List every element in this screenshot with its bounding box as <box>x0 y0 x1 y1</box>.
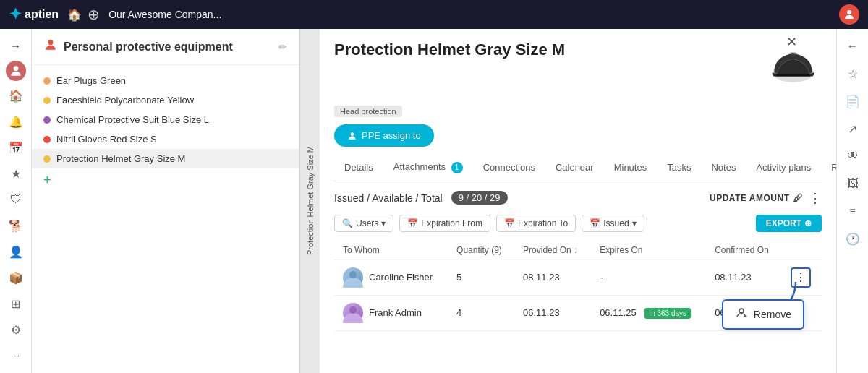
sidebar-star-icon[interactable]: ★ <box>4 162 27 185</box>
user-menu[interactable] <box>839 4 859 25</box>
company-name: Our Awesome Compan... <box>109 9 221 20</box>
vertical-tab: Protection Helmet Gray Size M <box>299 29 320 373</box>
svg-point-1 <box>13 66 18 71</box>
col-confirmed-on: Confirmed On <box>706 241 782 260</box>
sidebar-grid-icon[interactable]: ⊞ <box>4 292 27 315</box>
issued-filter-label: Issued <box>603 218 629 228</box>
sidebar-filter-icon[interactable]: ≡ <box>841 200 864 223</box>
list-item[interactable]: Chemical Protective Suit Blue Size L <box>32 110 299 129</box>
export-button[interactable]: EXPORT ⊕ <box>756 215 822 232</box>
sidebar-pet-icon[interactable]: 🐕 <box>4 214 27 237</box>
ppe-section-icon <box>43 38 58 56</box>
tab-calendar[interactable]: Calendar <box>545 156 604 180</box>
user-name: Caroline Fisher <box>369 272 433 283</box>
col-provided-on[interactable]: Provided On ↓ <box>514 241 591 260</box>
svg-point-7 <box>349 271 357 278</box>
section-title: Personal protective equipment <box>64 40 273 53</box>
detail-title-area: Protection Helmet Gray Size M <box>334 40 565 59</box>
item-color-dot <box>43 136 51 143</box>
left-panel: Personal protective equipment ✏ Ear Plug… <box>32 29 299 373</box>
filter-expiration-to-button[interactable]: 📅 Expiration To <box>496 215 576 232</box>
sidebar-image-icon[interactable]: 🖼 <box>841 172 864 195</box>
list-item-active[interactable]: Protection Helmet Gray Size M <box>32 149 299 168</box>
sidebar-calendar-icon[interactable]: 📅 <box>4 136 27 159</box>
left-sidebar: → 🏠 🔔 📅 ★ 🛡 🐕 👤 📦 ⊞ ⚙ ··· <box>0 29 32 373</box>
svg-point-2 <box>48 40 54 45</box>
sidebar-more-icon[interactable]: ··· <box>4 344 27 367</box>
tab-details[interactable]: Details <box>334 156 383 180</box>
tab-requ[interactable]: Requ <box>821 156 836 180</box>
user-avatar-top[interactable] <box>839 4 859 25</box>
item-color-dot <box>43 77 51 85</box>
item-color-dot <box>43 155 51 163</box>
svg-point-10 <box>739 309 744 313</box>
update-amount-button[interactable]: UPDATE AMOUNT 🖊 <box>710 192 803 204</box>
sidebar-person-icon[interactable]: 👤 <box>4 240 27 263</box>
sidebar-bell-icon[interactable]: 🔔 <box>4 110 27 133</box>
item-color-dot <box>43 116 51 124</box>
tab-minutes[interactable]: Minutes <box>604 156 658 180</box>
svg-point-9 <box>349 306 357 314</box>
svg-point-0 <box>847 10 851 14</box>
sidebar-clock-icon[interactable]: 🕐 <box>841 227 864 250</box>
cell-quantity: 5 <box>448 260 514 295</box>
logo-text: aptien <box>25 8 59 21</box>
list-item[interactable]: Nitril Gloves Red Size S <box>32 129 299 149</box>
left-panel-header: Personal protective equipment ✏ <box>32 29 299 65</box>
cell-confirmed-on: 08.11.23 <box>706 260 782 295</box>
sidebar-home-icon[interactable]: 🏠 <box>4 84 27 107</box>
sidebar-arrow-left-icon[interactable]: ← <box>841 35 864 58</box>
sidebar-eye-icon[interactable]: 👁 <box>841 145 864 168</box>
tabs-row: Details Attachments 1 Connections Calend… <box>334 155 822 181</box>
user-name: Frank Admin <box>369 307 422 318</box>
issued-bar: Issued / Available / Total 9 / 20 / 29 U… <box>334 190 822 206</box>
issued-label: Issued / Available / Total <box>334 192 443 204</box>
add-item-button[interactable]: + <box>43 173 51 187</box>
sidebar-shield-icon[interactable]: 🛡 <box>4 188 27 211</box>
filter-expiration-from-button[interactable]: 📅 Expiration From <box>399 215 490 232</box>
col-to-whom: To Whom <box>334 241 448 260</box>
item-list: Ear Plugs Green Faceshield Polycarbonate… <box>32 65 299 373</box>
tab-connections[interactable]: Connections <box>473 156 545 180</box>
filter-users-button[interactable]: 🔍 Users ▾ <box>334 215 393 232</box>
home-nav-icon[interactable]: 🏠 <box>67 8 82 22</box>
issued-filter-chevron: ▾ <box>632 218 637 228</box>
item-label: Nitril Gloves Red Size S <box>56 134 157 145</box>
list-item[interactable]: Ear Plugs Green <box>32 71 299 90</box>
app-logo: ✦ aptien <box>9 5 59 24</box>
nav-icons: 🏠 ⊕ <box>67 6 100 23</box>
tab-notes[interactable]: Notes <box>701 156 746 180</box>
col-quantity: Quantity (9) <box>448 241 514 260</box>
tab-tasks[interactable]: Tasks <box>657 156 701 180</box>
close-button[interactable]: ✕ <box>781 32 801 52</box>
issued-more-button[interactable]: ⋮ <box>809 190 822 206</box>
user-avatar-sidebar[interactable] <box>6 61 26 81</box>
remove-popup[interactable]: Remove <box>722 299 804 330</box>
col-actions <box>782 241 822 260</box>
remove-label: Remove <box>754 309 791 320</box>
sidebar-box-icon[interactable]: 📦 <box>4 266 27 289</box>
list-item[interactable]: Faceshield Polycarbonate Yellow <box>32 90 299 110</box>
assign-button[interactable]: PPE assign to <box>334 124 434 147</box>
sidebar-star-outline-icon[interactable]: ☆ <box>841 62 864 85</box>
cell-provided-on: 08.11.23 <box>514 260 591 295</box>
tab-activity-plans[interactable]: Activity plans <box>746 156 821 180</box>
sidebar-arrow-icon[interactable]: → <box>4 35 27 58</box>
svg-point-6 <box>343 278 363 288</box>
export-icon: ⊕ <box>804 218 812 228</box>
svg-point-5 <box>351 132 354 136</box>
row-action-button[interactable]: ⋮ <box>791 267 811 288</box>
tab-attachments[interactable]: Attachments 1 <box>383 155 473 181</box>
cell-expires-on: 06.11.25 In 363 days <box>591 295 706 330</box>
add-nav-icon[interactable]: ⊕ <box>88 6 100 23</box>
sidebar-document-icon[interactable]: 📄 <box>841 90 864 113</box>
filter-users-chevron: ▾ <box>381 218 386 228</box>
expiration-to-label: Expiration To <box>518 218 568 228</box>
filter-issued-button[interactable]: 📅 Issued ▾ <box>582 215 644 232</box>
edit-section-icon[interactable]: ✏ <box>278 41 287 53</box>
sidebar-settings-icon[interactable]: ⚙ <box>4 318 27 341</box>
expiration-from-icon: 📅 <box>407 218 418 228</box>
sidebar-share-icon[interactable]: ↗ <box>841 117 864 140</box>
right-sidebar: ← ☆ 📄 ↗ 👁 🖼 ≡ 🕐 <box>836 29 868 373</box>
sort-icon: ↓ <box>574 245 578 255</box>
